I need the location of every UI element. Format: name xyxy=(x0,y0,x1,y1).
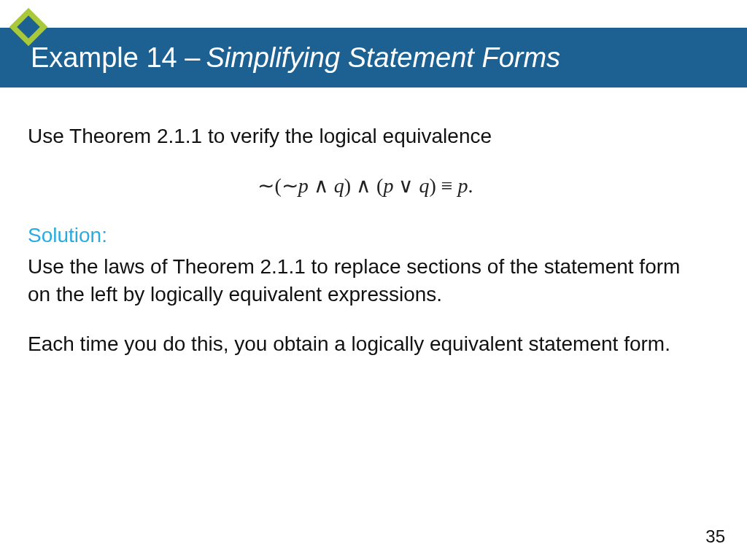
intro-text: Use Theorem 2.1.1 to verify the logical … xyxy=(28,122,703,150)
solution-label: Solution: xyxy=(28,222,703,249)
example-label: Example 14 – xyxy=(31,42,200,74)
logical-equivalence-formula: ∼(∼p ∧ q) ∧ (p ∨ q) ≡ p. xyxy=(28,172,703,200)
diamond-icon xyxy=(6,4,51,50)
title-bar: Example 14 – Simplifying Statement Forms xyxy=(0,28,747,88)
slide-subtitle: Simplifying Statement Forms xyxy=(206,42,560,74)
solution-paragraph-2: Each time you do this, you obtain a logi… xyxy=(28,330,703,358)
slide-body: Use Theorem 2.1.1 to verify the logical … xyxy=(28,122,703,380)
page-number: 35 xyxy=(705,526,725,547)
slide: Example 14 – Simplifying Statement Forms… xyxy=(0,0,747,560)
solution-paragraph-1: Use the laws of Theorem 2.1.1 to replace… xyxy=(28,253,703,308)
